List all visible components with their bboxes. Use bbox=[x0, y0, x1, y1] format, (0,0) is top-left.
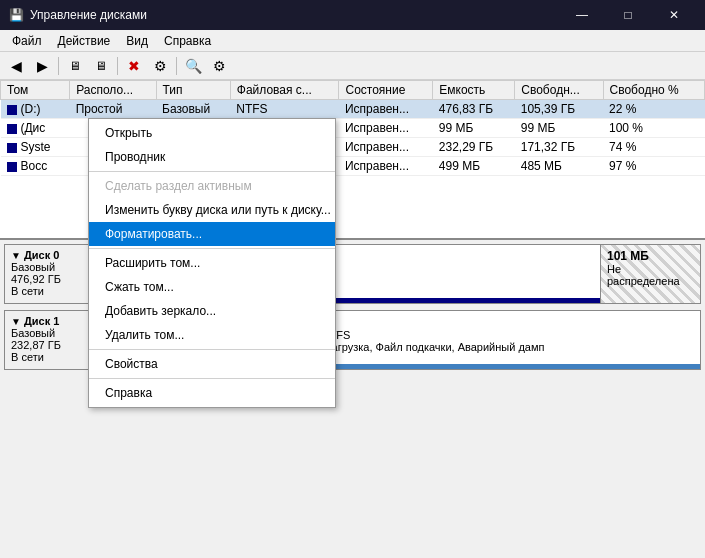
toolbar-separator-2 bbox=[117, 57, 118, 75]
context-menu-item[interactable]: Изменить букву диска или путь к диску... bbox=[89, 198, 335, 222]
window-title: Управление дисками bbox=[30, 8, 559, 22]
col-free-pct: Свободно % bbox=[603, 81, 704, 100]
toolbar-btn-3[interactable]: ✖ bbox=[122, 55, 146, 77]
context-menu-item[interactable]: Удалить том... bbox=[89, 323, 335, 347]
back-button[interactable]: ◀ bbox=[4, 55, 28, 77]
disk-status: В сети bbox=[11, 351, 88, 363]
context-menu-item[interactable]: Открыть bbox=[89, 121, 335, 145]
disk-label: ▼ Диск 0 Базовый 476,92 ГБ В сети bbox=[5, 245, 95, 303]
disk-label-title: ▼ Диск 1 bbox=[11, 315, 88, 327]
toolbar-btn-1[interactable]: 🖥 bbox=[63, 55, 87, 77]
context-menu-item[interactable]: Добавить зеркало... bbox=[89, 299, 335, 323]
col-free: Свободн... bbox=[515, 81, 603, 100]
disk-label-title: ▼ Диск 0 bbox=[11, 249, 88, 261]
col-capacity: Емкость bbox=[433, 81, 515, 100]
context-menu-item[interactable]: Сжать том... bbox=[89, 275, 335, 299]
forward-button[interactable]: ▶ bbox=[30, 55, 54, 77]
context-menu-separator bbox=[89, 248, 335, 249]
cell-capacity: 99 МБ bbox=[433, 119, 515, 138]
cell-free: 105,39 ГБ bbox=[515, 100, 603, 119]
minimize-button[interactable]: — bbox=[559, 0, 605, 30]
app-icon: 💾 bbox=[8, 7, 24, 23]
cell-free-pct: 97 % bbox=[603, 157, 704, 176]
close-button[interactable]: ✕ bbox=[651, 0, 697, 30]
context-menu: ОткрытьПроводникСделать раздел активнымИ… bbox=[88, 118, 336, 408]
cell-volume: Syste bbox=[1, 138, 70, 157]
cell-free-pct: 100 % bbox=[603, 119, 704, 138]
cell-capacity: 232,29 ГБ bbox=[433, 138, 515, 157]
cell-free: 171,32 ГБ bbox=[515, 138, 603, 157]
disk-label: ▼ Диск 1 Базовый 232,87 ГБ В сети bbox=[5, 311, 95, 369]
toolbar-btn-2[interactable]: 🖥 bbox=[89, 55, 113, 77]
disk-status: В сети bbox=[11, 285, 88, 297]
context-menu-item[interactable]: Справка bbox=[89, 381, 335, 405]
maximize-button[interactable]: □ bbox=[605, 0, 651, 30]
cell-capacity: 499 МБ bbox=[433, 157, 515, 176]
toolbar-btn-5[interactable]: 🔍 bbox=[181, 55, 205, 77]
table-row[interactable]: (D:) Простой Базовый NTFS Исправен... 47… bbox=[1, 100, 705, 119]
cell-status: Исправен... bbox=[339, 138, 433, 157]
cell-fs: NTFS bbox=[230, 100, 339, 119]
disk-size: 232,87 ГБ bbox=[11, 339, 88, 351]
cell-free-pct: 74 % bbox=[603, 138, 704, 157]
context-menu-separator bbox=[89, 171, 335, 172]
menu-bar: Файл Действие Вид Справка bbox=[0, 30, 705, 52]
cell-status: Исправен... bbox=[339, 157, 433, 176]
col-type: Тип bbox=[156, 81, 230, 100]
toolbar-separator-1 bbox=[58, 57, 59, 75]
col-status: Состояние bbox=[339, 81, 433, 100]
partition-name: 101 МБ bbox=[607, 249, 694, 263]
window-controls: — □ ✕ bbox=[559, 0, 697, 30]
disk-sublabel: Базовый bbox=[11, 261, 88, 273]
cell-volume: (Дис bbox=[1, 119, 70, 138]
cell-capacity: 476,83 ГБ bbox=[433, 100, 515, 119]
cell-status: Исправен... bbox=[339, 119, 433, 138]
toolbar-separator-3 bbox=[176, 57, 177, 75]
toolbar-btn-4[interactable]: ⚙ bbox=[148, 55, 172, 77]
title-bar: 💾 Управление дисками — □ ✕ bbox=[0, 0, 705, 30]
toolbar-btn-6[interactable]: ⚙ bbox=[207, 55, 231, 77]
partition-info: Не распределена bbox=[607, 263, 694, 287]
toolbar: ◀ ▶ 🖥 🖥 ✖ ⚙ 🔍 ⚙ bbox=[0, 52, 705, 80]
cell-free: 99 МБ bbox=[515, 119, 603, 138]
disk-sublabel: Базовый bbox=[11, 327, 88, 339]
context-menu-separator bbox=[89, 349, 335, 350]
context-menu-item[interactable]: Проводник bbox=[89, 145, 335, 169]
cell-status: Исправен... bbox=[339, 100, 433, 119]
disk-size: 476,92 ГБ bbox=[11, 273, 88, 285]
partition[interactable]: 101 МБНе распределена bbox=[601, 245, 700, 303]
col-layout: Располо... bbox=[70, 81, 156, 100]
menu-action[interactable]: Действие bbox=[50, 32, 119, 50]
context-menu-item[interactable]: Свойства bbox=[89, 352, 335, 376]
cell-type: Базовый bbox=[156, 100, 230, 119]
context-menu-item[interactable]: Расширить том... bbox=[89, 251, 335, 275]
cell-free: 485 МБ bbox=[515, 157, 603, 176]
table-header-row: Том Располо... Тип Файловая с... Состоян… bbox=[1, 81, 705, 100]
cell-layout: Простой bbox=[70, 100, 156, 119]
context-menu-item[interactable]: Форматировать... bbox=[89, 222, 335, 246]
cell-volume: (D:) bbox=[1, 100, 70, 119]
col-volume: Том bbox=[1, 81, 70, 100]
col-fs: Файловая с... bbox=[230, 81, 339, 100]
menu-help[interactable]: Справка bbox=[156, 32, 219, 50]
context-menu-separator bbox=[89, 378, 335, 379]
cell-free-pct: 22 % bbox=[603, 100, 704, 119]
menu-file[interactable]: Файл bbox=[4, 32, 50, 50]
cell-volume: Восс bbox=[1, 157, 70, 176]
menu-view[interactable]: Вид bbox=[118, 32, 156, 50]
context-menu-item: Сделать раздел активным bbox=[89, 174, 335, 198]
